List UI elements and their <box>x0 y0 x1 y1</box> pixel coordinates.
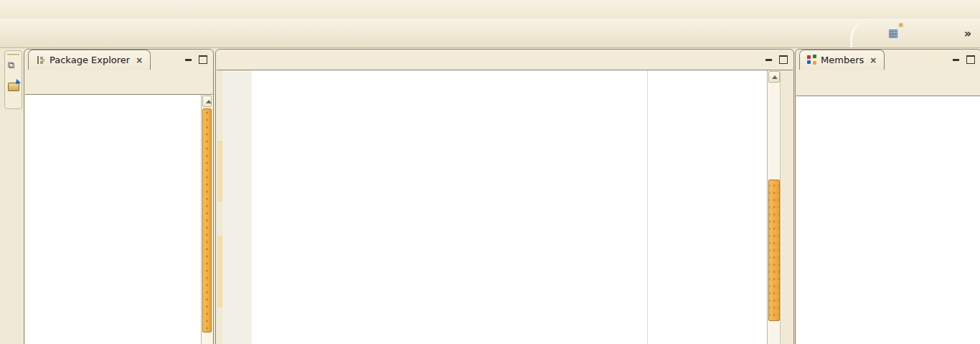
package-explorer-body <box>25 94 212 344</box>
minimize-icon[interactable] <box>953 59 959 61</box>
perspective-bar: ▦* » <box>850 19 980 47</box>
tab-package-explorer[interactable]: Package Explorer × <box>28 50 151 70</box>
maximize-icon[interactable] <box>199 55 207 64</box>
fast-view-folder-icon[interactable] <box>8 83 19 91</box>
scrollbar-thumb[interactable] <box>768 180 780 321</box>
fast-view-bar: ⧉ <box>4 50 22 109</box>
overview-ruler <box>780 70 793 344</box>
menu-bar <box>0 0 980 19</box>
members-body <box>796 96 980 344</box>
restore-view-icon[interactable]: ⧉ <box>8 60 14 71</box>
close-icon[interactable]: × <box>870 55 877 65</box>
package-explorer-panel: Package Explorer × <box>24 49 214 344</box>
close-icon[interactable]: × <box>136 55 143 65</box>
scroll-up-icon[interactable] <box>202 96 212 107</box>
members-icon <box>807 55 816 65</box>
package-explorer-title: Package Explorer <box>50 55 130 65</box>
package-explorer-scrollbar[interactable] <box>201 95 212 344</box>
line-number-ruler <box>223 70 252 344</box>
members-panel: Members × <box>795 49 980 344</box>
tab-members[interactable]: Members × <box>799 50 885 70</box>
package-explorer-icon <box>36 55 45 65</box>
perspective-icon[interactable]: ▦* <box>885 24 901 42</box>
scroll-up-icon[interactable] <box>768 71 780 83</box>
perspective-overflow-chevron[interactable]: » <box>964 27 971 40</box>
editor-scrollbar[interactable] <box>767 70 781 344</box>
scrollbar-thumb[interactable] <box>202 108 212 333</box>
drag-handle[interactable] <box>7 54 19 56</box>
maximize-icon[interactable] <box>779 55 788 64</box>
editor-body[interactable] <box>217 70 793 344</box>
members-title: Members <box>821 55 864 65</box>
editor-panel <box>215 49 794 344</box>
print-margin-line <box>647 70 648 344</box>
main-toolbar <box>0 19 980 48</box>
minimize-icon[interactable] <box>765 59 772 61</box>
maximize-icon[interactable] <box>966 55 975 64</box>
minimize-icon[interactable] <box>185 59 192 61</box>
folding-ruler <box>252 70 263 344</box>
